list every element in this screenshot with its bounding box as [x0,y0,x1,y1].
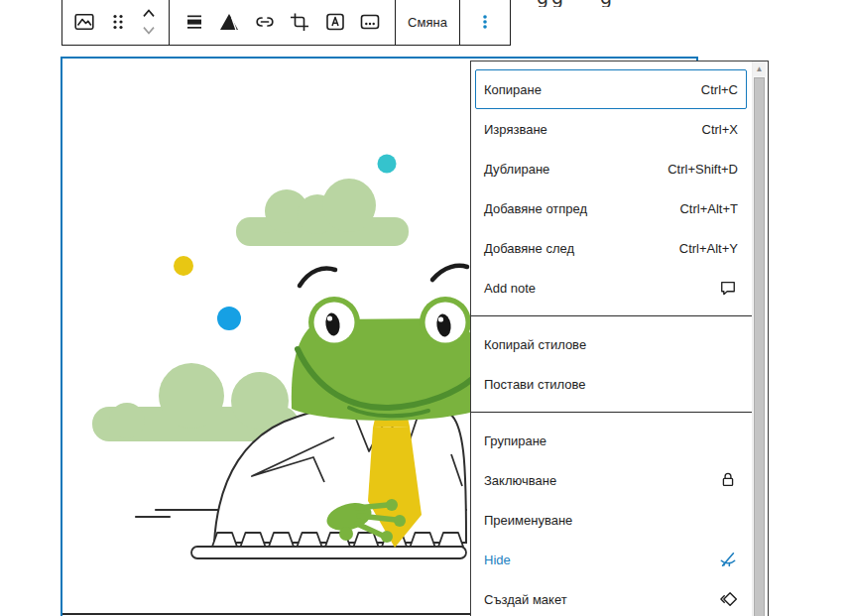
eye-off-icon [718,550,738,569]
crop-icon [288,10,311,34]
menu-item-group[interactable]: Групиране [475,421,747,460]
menu-item-label: Hide [484,553,511,567]
frog-eyebrows [300,266,467,286]
menu-item-cut[interactable]: Изрязване Ctrl+X [475,109,747,149]
toolbar-group-format [170,0,396,45]
image-block-type-button[interactable] [67,2,101,42]
text-over-image-button[interactable] [318,2,352,42]
comment-icon [718,278,738,298]
canvas-bottom-edge [62,613,470,615]
crop-button[interactable] [283,2,316,42]
scrollbar-thumb[interactable] [754,77,765,616]
toolbar-group-replace: Смяна [396,0,460,45]
menu-item-label: Изрязване [484,122,547,137]
block-options-menu: Копиране Ctrl+C Изрязване Ctrl+X Дублира… [470,61,769,616]
align-button[interactable] [178,2,211,42]
frog-head [292,266,484,421]
drag-handle[interactable] [105,2,131,42]
align-none-icon [182,10,206,34]
block-movers [134,4,164,40]
image-block-icon [72,10,96,34]
clipped-heading-fragment: g [551,0,565,7]
link-button[interactable] [248,2,282,42]
caption-button[interactable] [353,2,387,42]
menu-item-copy-styles[interactable]: Копирай стилове [475,324,747,364]
menu-item-duplicate[interactable]: Дублиране Ctrl+Shift+D [475,149,747,188]
menu-item-hide[interactable]: Hide [475,540,747,579]
menu-item-label: Създай макет [484,592,567,607]
ellipsis-vertical-icon [473,10,497,34]
menu-item-create-pattern[interactable]: Създай макет [475,579,747,616]
duotone-filter-icon [217,10,241,34]
menu-scrollbar[interactable]: ▲ [752,62,766,616]
menu-item-paste-styles[interactable]: Постави стилове [475,364,747,404]
block-toolbar: Смяна [61,0,511,46]
scrollbar-up-arrow[interactable]: ▲ [753,62,766,76]
keyboard-base [191,547,466,558]
toolbar-group-options [460,0,510,45]
toolbar-group-block [62,0,170,45]
options-menu-button[interactable] [468,2,502,42]
menu-item-insert-before[interactable]: Добавяне отпред Ctrl+Alt+T [475,188,747,228]
chevron-down-icon [139,24,159,38]
menu-item-label: Add note [484,281,536,296]
menu-item-label: Копирай стилове [484,337,586,352]
symbol-icon [718,589,738,609]
menu-item-label: Добавяне след [484,241,574,256]
menu-item-shortcut: Ctrl+Alt+Y [679,241,738,256]
move-down-button[interactable] [134,22,164,40]
menu-item-insert-after[interactable]: Добавяне след Ctrl+Alt+Y [475,228,747,268]
menu-item-label: Преименуване [484,513,572,528]
keyboard-keys [191,533,466,558]
lock-icon [718,470,738,490]
menu-item-shortcut: Ctrl+X [702,122,738,137]
duotone-filter-button[interactable] [212,2,246,42]
drag-handle-icon [106,10,130,34]
clipped-heading-fragment: g [600,0,614,7]
menu-item-label: Копиране [484,82,542,97]
menu-item-add-note[interactable]: Add note [475,268,747,308]
link-icon [253,10,277,34]
text-over-image-icon [323,10,347,34]
chevron-up-icon [139,6,159,20]
menu-item-shortcut: Ctrl+Shift+D [667,162,738,177]
editor-page: { "window": { "clipped_text_fragments": … [0,0,848,616]
menu-item-lock[interactable]: Заключване [475,460,747,500]
menu-item-shortcut: Ctrl+Alt+T [679,201,738,216]
menu-item-label: Заключване [484,473,556,488]
replace-image-button[interactable]: Смяна [394,0,461,44]
menu-separator [471,412,753,413]
menu-item-label: Дублиране [484,162,549,177]
caption-icon [358,10,382,34]
menu-item-label: Групиране [484,433,546,448]
clipped-heading-fragment: g [537,0,550,7]
menu-content: Копиране Ctrl+C Изрязване Ctrl+X Дублира… [471,62,753,616]
menu-item-rename[interactable]: Преименуване [475,500,747,540]
menu-item-label: Постави стилове [484,377,586,392]
menu-item-copy[interactable]: Копиране Ctrl+C [475,69,747,109]
menu-item-shortcut: Ctrl+C [701,82,738,97]
move-up-button[interactable] [134,4,164,22]
menu-separator [471,315,753,316]
menu-item-label: Добавяне отпред [484,201,587,216]
